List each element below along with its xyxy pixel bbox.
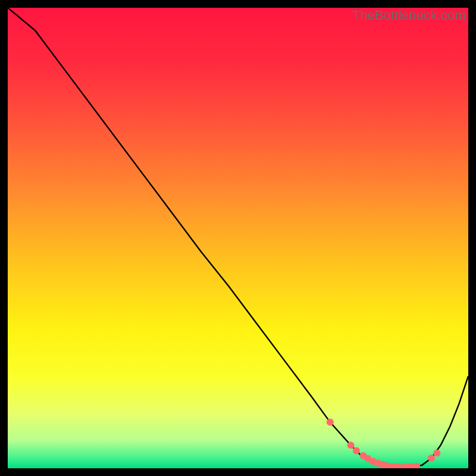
marker-dot [433,449,440,456]
marker-dot [428,455,435,462]
chart-canvas [8,8,468,468]
watermark-label: TheBottleneck.com [352,8,466,23]
marker-dot [327,419,334,426]
marker-dot [347,441,355,449]
chart-background [8,8,468,468]
chart-frame: TheBottleneck.com [8,8,468,468]
marker-dot [353,447,360,455]
